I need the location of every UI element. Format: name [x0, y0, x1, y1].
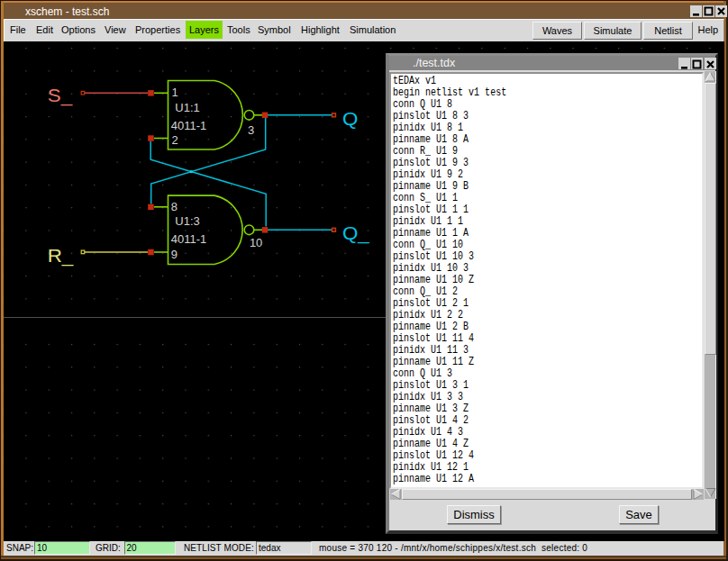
svg-text:U1:1: U1:1: [175, 101, 199, 114]
svg-text:1: 1: [172, 86, 178, 99]
svg-text:U1:3: U1:3: [175, 214, 199, 228]
svg-text:S_: S_: [48, 86, 74, 107]
svg-text:Q: Q: [342, 109, 358, 130]
svg-text:8: 8: [171, 200, 177, 213]
svg-text:3: 3: [248, 123, 254, 137]
svg-text:R_: R_: [48, 246, 75, 267]
svg-text:4011-1: 4011-1: [171, 119, 207, 132]
svg-text:4011-1: 4011-1: [171, 232, 207, 246]
svg-text:2: 2: [172, 133, 178, 147]
svg-text:9: 9: [171, 248, 177, 261]
svg-text:10: 10: [250, 236, 262, 249]
svg-text:Q_: Q_: [342, 223, 370, 244]
